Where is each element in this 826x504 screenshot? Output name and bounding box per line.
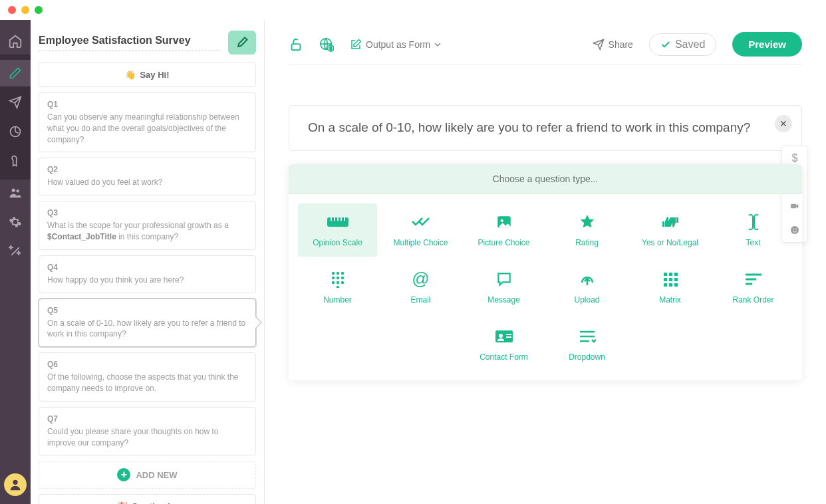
- survey-title[interactable]: Employee Satisfaction Survey: [39, 35, 220, 51]
- toolbar: $ Output as Form Share Saved Preview: [289, 32, 802, 65]
- question-id: Q6: [47, 360, 247, 369]
- question-card[interactable]: Q2How valued do you feel at work?: [39, 158, 256, 195]
- question-text: How happy do you think you are here?: [47, 275, 247, 286]
- question-card[interactable]: Q7Could you please share your thoughts o…: [39, 407, 256, 456]
- question-text: Of the following, choose the aspects tha…: [47, 372, 247, 394]
- question-card[interactable]: Q4How happy do you think you are here?: [39, 255, 256, 293]
- svg-rect-31: [669, 278, 672, 281]
- svg-point-2: [16, 189, 19, 193]
- thumbs-icon: [660, 213, 680, 231]
- question-type-email[interactable]: @Email: [381, 261, 460, 314]
- svg-point-22: [341, 276, 343, 279]
- svg-point-24: [336, 281, 339, 283]
- question-id: Q5: [47, 306, 247, 315]
- questions-panel: Employee Satisfaction Survey 👋 Say Hi! Q…: [31, 20, 265, 504]
- question-type-number[interactable]: Number: [298, 261, 377, 314]
- question-id: Q1: [47, 100, 247, 109]
- question-type-upload[interactable]: Upload: [547, 261, 626, 314]
- star-icon: [579, 213, 596, 231]
- question-type-rating[interactable]: Rating: [547, 203, 626, 257]
- question-type-multiple-choice[interactable]: Multiple Choice: [381, 203, 460, 257]
- question-card[interactable]: Q1Can you observe any meaningful relatio…: [39, 92, 256, 152]
- question-id: Q2: [47, 165, 247, 174]
- svg-rect-39: [506, 336, 511, 338]
- home-icon[interactable]: [0, 28, 31, 55]
- main-area: $ Output as Form Share Saved Preview: [265, 20, 826, 504]
- edit-icon[interactable]: [0, 60, 31, 86]
- reports-icon[interactable]: [0, 118, 31, 145]
- svg-rect-4: [292, 44, 301, 50]
- question-type-rank-order[interactable]: Rank Order: [714, 261, 793, 314]
- svg-point-26: [336, 285, 339, 287]
- magic-icon[interactable]: [0, 238, 31, 265]
- svg-rect-32: [674, 278, 678, 281]
- close-icon[interactable]: ✕: [775, 115, 792, 132]
- svg-point-21: [336, 276, 339, 279]
- nav-rail: [0, 20, 31, 504]
- question-text: On a scale of 0-10, how likely are you t…: [47, 318, 247, 340]
- svg-point-37: [499, 334, 503, 338]
- svg-point-3: [13, 480, 17, 485]
- svg-point-16: [500, 219, 503, 221]
- question-card[interactable]: Q5On a scale of 0-10, how likely are you…: [39, 299, 256, 348]
- question-type-contact-form[interactable]: Contact Form: [464, 318, 543, 371]
- checks-icon: [411, 213, 431, 231]
- say-thanks-card[interactable]: 🎉 Say thanks: [39, 494, 256, 504]
- svg-point-1: [12, 189, 16, 193]
- say-hi-card[interactable]: 👋 Say Hi!: [39, 63, 256, 87]
- svg-rect-27: [664, 273, 667, 276]
- lock-open-icon[interactable]: [289, 37, 303, 52]
- svg-rect-34: [669, 283, 672, 287]
- question-text: What is the scope for your professional …: [47, 220, 247, 243]
- svg-point-20: [331, 276, 334, 279]
- share-button[interactable]: Share: [593, 39, 633, 51]
- contact-icon: [494, 327, 514, 346]
- question-type-message[interactable]: Message: [464, 261, 543, 314]
- question-text: How valued do you feel at work?: [47, 177, 247, 188]
- question-type-dropdown[interactable]: Dropdown: [547, 318, 626, 371]
- build-icon[interactable]: [0, 148, 31, 174]
- output-mode-button[interactable]: Output as Form: [350, 39, 441, 51]
- question-type-yes-or-no-legal[interactable]: Yes or No/Legal: [630, 203, 710, 257]
- svg-rect-28: [669, 273, 672, 276]
- question-type-matrix[interactable]: Matrix: [630, 261, 710, 314]
- svg-rect-30: [664, 278, 667, 281]
- saved-indicator: Saved: [649, 33, 716, 56]
- rank-icon: [744, 270, 763, 289]
- svg-rect-33: [664, 283, 667, 287]
- question-type-panel: Choose a question type... Opinion ScaleM…: [289, 164, 802, 380]
- check-icon: [660, 39, 671, 50]
- question-text-input[interactable]: On a scale of 0-10, how likely are you t…: [308, 119, 783, 137]
- svg-rect-38: [506, 334, 511, 335]
- question-type-text[interactable]: Text: [714, 203, 793, 257]
- question-type-opinion-scale[interactable]: Opinion Scale: [298, 203, 377, 257]
- chat-icon: [495, 270, 513, 289]
- svg-point-19: [341, 271, 343, 274]
- question-type-picture-choice[interactable]: Picture Choice: [464, 203, 543, 257]
- question-id: Q4: [47, 263, 247, 272]
- preview-button[interactable]: Preview: [732, 32, 802, 57]
- minimize-window-button[interactable]: [21, 6, 29, 14]
- window-titlebar: [0, 0, 826, 20]
- users-icon[interactable]: [0, 180, 31, 206]
- question-card[interactable]: Q6Of the following, choose the aspects t…: [39, 352, 256, 402]
- svg-text:$: $: [330, 46, 333, 51]
- close-window-button[interactable]: [8, 6, 16, 14]
- dropdown-icon: [579, 327, 596, 346]
- question-card[interactable]: Q3What is the scope for your professiona…: [39, 201, 256, 250]
- svg-rect-35: [674, 283, 678, 287]
- question-text: Could you please share your thoughts on …: [47, 426, 247, 449]
- send-icon[interactable]: [0, 89, 31, 116]
- upload-icon: [578, 270, 597, 289]
- avatar[interactable]: [4, 473, 27, 496]
- add-new-button[interactable]: + ADD NEW: [39, 461, 256, 489]
- at-icon: @: [412, 270, 429, 289]
- settings-icon[interactable]: [0, 209, 31, 235]
- wave-icon: 👋: [125, 70, 136, 80]
- chevron-down-icon: [434, 41, 441, 48]
- question-editor: On a scale of 0-10, how likely are you t…: [289, 105, 802, 151]
- globe-currency-icon[interactable]: $: [319, 37, 334, 52]
- design-button[interactable]: [228, 31, 256, 55]
- maximize-window-button[interactable]: [35, 6, 43, 14]
- ruler-icon: [326, 213, 350, 231]
